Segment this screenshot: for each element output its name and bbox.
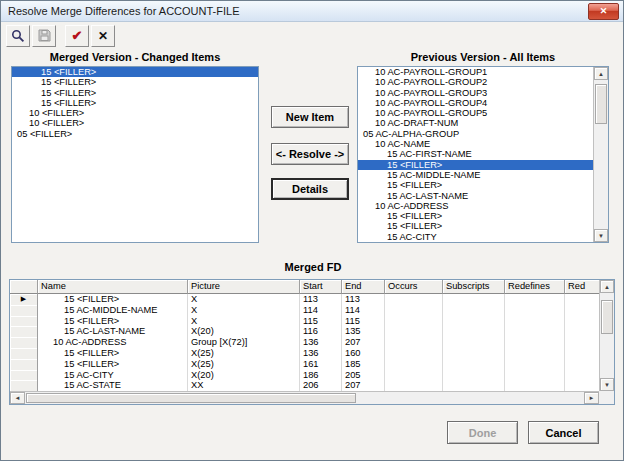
list-item[interactable]: 15 <FILLER> [358, 221, 593, 231]
list-item[interactable]: 15 <FILLER> [358, 160, 593, 170]
table-row[interactable]: 15 AC-MIDDLE-NAMEX114114 [10, 305, 599, 316]
list-item[interactable]: 15 AC-CITY [358, 232, 593, 242]
table-cell [505, 294, 565, 305]
column-header-picture: Picture [188, 280, 300, 294]
list-item[interactable]: 10 AC-NAME [358, 139, 593, 149]
list-item[interactable]: 15 <FILLER> [358, 211, 593, 221]
table-cell [505, 337, 565, 348]
table-cell: X [188, 305, 300, 316]
close-button[interactable]: ✕ [588, 3, 619, 20]
table-row[interactable]: 15 AC-LAST-NAMEX(20)116135 [10, 326, 599, 337]
grid-scroll-down-button[interactable]: ▼ [600, 378, 614, 391]
list-item[interactable]: 10 AC-PAYROLL-GROUP2 [358, 77, 593, 87]
table-cell: 15 AC-MIDDLE-NAME [38, 305, 188, 316]
resolve-check-button[interactable]: ✔ [65, 25, 89, 47]
list-item[interactable]: 05 <FILLER> [12, 129, 258, 139]
table-row[interactable]: 15 AC-CITYX(20)186205 [10, 370, 599, 381]
list-item[interactable]: 10 AC-DRAFT-NUM [358, 118, 593, 128]
list-item[interactable]: 10 AC-PAYROLL-GROUP3 [358, 88, 593, 98]
table-cell: X [188, 316, 300, 327]
grid-hscroll-thumb[interactable] [26, 393, 356, 403]
row-selector [10, 380, 38, 391]
scrollbar-corner [599, 391, 614, 404]
save-button[interactable] [32, 25, 56, 47]
table-cell: 15 <FILLER> [38, 294, 188, 305]
table-cell [443, 359, 505, 370]
current-row-marker: ▶ [10, 294, 38, 305]
list-item[interactable]: 15 <FILLER> [12, 77, 258, 87]
table-row[interactable]: 15 AC-STATEXX206207 [10, 380, 599, 391]
table-cell: 15 <FILLER> [38, 348, 188, 359]
titlebar: Resolve Merge Differences for ACCOUNT-FI… [1, 1, 623, 22]
table-cell: 114 [300, 305, 342, 316]
grid-content: Name Picture Start End Occurs Subscripts… [10, 280, 599, 391]
list-item[interactable]: 15 <FILLER> [12, 88, 258, 98]
row-selector [10, 370, 38, 381]
table-cell: 160 [342, 348, 385, 359]
table-cell: 15 <FILLER> [38, 359, 188, 370]
resolve-button[interactable]: <- Resolve -> [271, 143, 349, 165]
table-cell [505, 305, 565, 316]
table-row[interactable]: 10 AC-ADDRESSGroup [X(72)]136207 [10, 337, 599, 348]
table-cell: 205 [342, 370, 385, 381]
table-cell: 207 [342, 337, 385, 348]
list-item[interactable]: 15 <FILLER> [12, 98, 258, 108]
table-row[interactable]: 15 <FILLER>X(25)161185 [10, 359, 599, 370]
right-panel-title: Previous Version - All Items [357, 51, 609, 63]
table-cell [565, 348, 599, 359]
table-cell [565, 370, 599, 381]
list-item[interactable]: 10 <FILLER> [12, 108, 258, 118]
grid-vertical-scrollbar[interactable]: ▲ ▼ [599, 280, 614, 391]
table-cell [443, 316, 505, 327]
table-cell [505, 359, 565, 370]
scroll-down-button[interactable]: ▼ [594, 229, 608, 242]
table-cell [385, 380, 443, 391]
list-vertical-scrollbar[interactable]: ▲ ▼ [593, 67, 608, 242]
table-cell: 15 AC-CITY [38, 370, 188, 381]
list-item[interactable]: 10 AC-ADDRESS [358, 201, 593, 211]
table-cell [565, 294, 599, 305]
table-cell [385, 294, 443, 305]
merged-version-list: 15 <FILLER>15 <FILLER>15 <FILLER>15 <FIL… [11, 66, 259, 243]
grid-horizontal-scrollbar[interactable]: ◄ ► [10, 391, 599, 404]
list-item[interactable]: 10 AC-PAYROLL-GROUP4 [358, 98, 593, 108]
table-cell [505, 370, 565, 381]
table-cell: 206 [300, 380, 342, 391]
merged-fd-grid: Name Picture Start End Occurs Subscripts… [9, 279, 615, 405]
delete-button[interactable]: ✕ [91, 25, 115, 47]
table-row[interactable]: 15 <FILLER>X115115 [10, 316, 599, 327]
grid-vscroll-thumb[interactable] [601, 300, 613, 334]
check-icon: ✔ [72, 29, 83, 42]
table-cell [385, 348, 443, 359]
done-button[interactable]: Done [447, 421, 518, 444]
details-button[interactable]: Details [271, 178, 349, 200]
grid-scroll-right-button[interactable]: ► [584, 392, 599, 404]
table-cell: 15 <FILLER> [38, 316, 188, 327]
scroll-thumb[interactable] [595, 84, 607, 124]
zoom-button[interactable] [6, 25, 30, 47]
list-item[interactable]: 10 <FILLER> [12, 118, 258, 128]
merged-version-items: 15 <FILLER>15 <FILLER>15 <FILLER>15 <FIL… [12, 67, 258, 242]
row-selector [10, 348, 38, 359]
list-item[interactable]: 15 AC-MIDDLE-NAME [358, 170, 593, 180]
table-row[interactable]: 15 <FILLER>X(25)136160 [10, 348, 599, 359]
list-item[interactable]: 15 AC-LAST-NAME [358, 191, 593, 201]
table-cell: 135 [342, 326, 385, 337]
list-item[interactable]: 05 AC-ALPHA-GROUP [358, 129, 593, 139]
list-item[interactable]: 15 <FILLER> [358, 180, 593, 190]
list-item[interactable]: 10 AC-PAYROLL-GROUP1 [358, 67, 593, 77]
table-row[interactable]: ▶15 <FILLER>X113113 [10, 294, 599, 305]
table-cell: 113 [342, 294, 385, 305]
list-item[interactable]: 15 <FILLER> [12, 67, 258, 77]
cancel-button[interactable]: Cancel [528, 421, 599, 444]
table-cell [565, 359, 599, 370]
new-item-button[interactable]: New Item [271, 106, 349, 128]
grid-scroll-up-button[interactable]: ▲ [600, 280, 614, 293]
table-cell [505, 348, 565, 359]
table-cell: 161 [300, 359, 342, 370]
list-item[interactable]: 10 AC-PAYROLL-GROUP5 [358, 108, 593, 118]
list-item[interactable]: 15 AC-FIRST-NAME [358, 149, 593, 159]
table-cell [565, 380, 599, 391]
scroll-up-button[interactable]: ▲ [594, 67, 608, 80]
grid-scroll-left-button[interactable]: ◄ [10, 392, 25, 404]
